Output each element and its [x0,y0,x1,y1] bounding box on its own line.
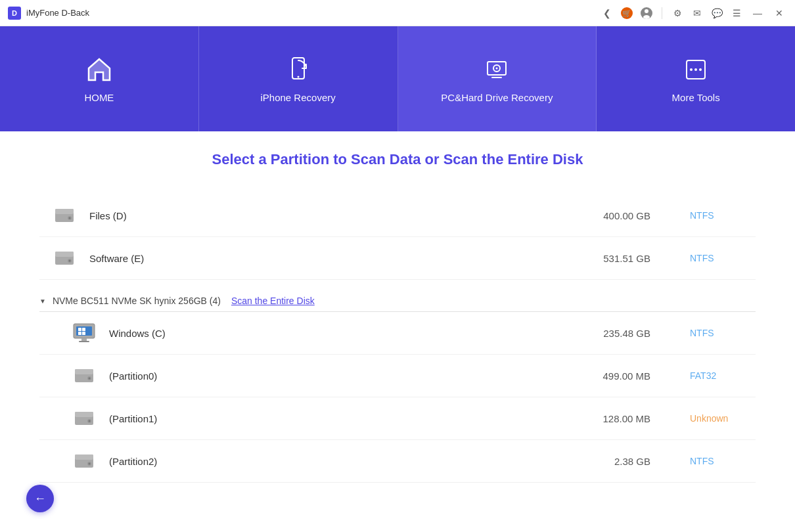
divider [662,7,662,19]
drive-name-software-e: Software (E) [89,253,572,264]
svg-point-6 [297,76,299,78]
drive-fs-partition0: FAT32 [690,370,742,381]
svg-point-4 [643,15,650,19]
svg-rect-30 [82,332,85,335]
drive-windows-c[interactable]: Windows (C) 235.48 GB NTFS [39,312,756,355]
drive-icon-files-d [53,204,76,227]
drive-icon-windows-c [72,321,96,345]
nav-pc-label: PC&Hard Drive Recovery [441,92,553,103]
svg-point-21 [69,260,71,262]
drive-fs-partition2: NTFS [690,456,742,466]
drive-name-windows-c: Windows (C) [109,328,572,339]
nav-more-tools-label: More Tools [672,92,720,103]
drive-icon-partition0 [72,364,96,388]
svg-point-17 [69,217,71,219]
titlebar-left: D iMyFone D-Back [8,7,89,20]
close-button[interactable]: ✕ [771,7,787,20]
svg-rect-28 [82,328,85,331]
home-icon [85,55,114,84]
drive-software-e[interactable]: Software (E) 531.51 GB NTFS [39,237,756,280]
drive-size-partition1: 128.00 MB [572,413,650,424]
drive-name-partition1: (Partition1) [109,413,572,424]
svg-point-9 [496,67,498,69]
svg-point-11 [690,68,693,71]
svg-point-3 [645,9,648,13]
back-icon: ← [34,492,46,506]
avatar-icon[interactable] [639,6,654,20]
svg-rect-25 [81,338,87,341]
disk-section-1: Files (D) 400.00 GB NTFS Software (E) 53… [39,194,756,280]
share-icon[interactable]: ❮ [600,6,614,20]
drive-files-d[interactable]: Files (D) 400.00 GB NTFS [39,194,756,237]
drive-name-partition2: (Partition2) [109,456,572,467]
svg-point-13 [699,68,702,71]
disk-section-2: ▼ NVMe BC511 NVMe SK hynix 256GB (4) Sca… [39,286,756,483]
scan-entire-disk-link[interactable]: Scan the Entire Disk [231,296,315,306]
group-name-nvme: NVMe BC511 NVMe SK hynix 256GB (4) [53,296,221,306]
nav-home[interactable]: HOME [0,26,199,131]
chat-icon[interactable]: 💬 [710,6,724,20]
group-arrow-icon: ▼ [39,298,46,305]
svg-rect-26 [79,341,89,342]
drive-fs-software-e: NTFS [690,253,742,263]
drive-fs-partition1: Unknown [690,413,742,424]
svg-rect-15 [55,209,74,214]
minimize-button[interactable]: — [749,7,766,20]
drive-icon-partition1 [72,407,96,430]
svg-rect-19 [55,252,74,257]
nav-iphone-label: iPhone Recovery [261,92,336,103]
navbar: HOME iPhone Recovery PC&Hard Drive Recov… [0,26,795,131]
page-title: Select a Partition to Scan Data or Scan … [39,151,756,168]
drive-size-software-e: 531.51 GB [572,253,650,264]
drive-icon-software-e [53,246,76,270]
svg-point-42 [89,463,91,465]
drive-size-windows-c: 235.48 GB [572,328,650,339]
drive-partition2[interactable]: (Partition2) 2.38 GB NTFS [39,440,756,483]
group-header-nvme: ▼ NVMe BC511 NVMe SK hynix 256GB (4) Sca… [39,286,756,312]
pc-recovery-icon [482,55,511,84]
svg-rect-27 [78,328,81,331]
titlebar-controls: ❮ 🛒 ⚙ ✉ 💬 ☰ — ✕ [600,6,787,20]
iphone-recovery-icon [284,55,313,84]
titlebar: D iMyFone D-Back ❮ 🛒 ⚙ ✉ 💬 ☰ — ✕ [0,0,795,26]
back-button[interactable]: ← [26,485,54,512]
svg-rect-32 [75,369,93,374]
drive-name-partition0: (Partition0) [109,370,572,382]
nav-more-tools[interactable]: More Tools [597,26,795,131]
mail-icon[interactable]: ✉ [690,6,704,20]
drive-icon-partition2 [72,449,96,473]
drive-partition0[interactable]: (Partition0) 499.00 MB FAT32 [39,355,756,397]
drive-partition1[interactable]: (Partition1) 128.00 MB Unknown [39,397,756,440]
drive-size-files-d: 400.00 GB [572,210,650,221]
drive-name-files-d: Files (D) [89,210,572,221]
app-title: iMyFone D-Back [26,8,89,18]
drive-fs-files-d: NTFS [690,210,742,221]
svg-point-12 [694,68,697,71]
svg-point-34 [89,378,91,380]
nav-home-label: HOME [84,92,114,103]
settings-icon[interactable]: ⚙ [670,6,685,20]
svg-text:🛒: 🛒 [622,9,631,18]
nav-pc-recovery[interactable]: PC&Hard Drive Recovery [398,26,597,131]
svg-rect-40 [75,454,93,460]
drive-size-partition2: 2.38 GB [572,456,650,467]
drive-fs-windows-c: NTFS [690,328,742,338]
main-content: Select a Partition to Scan Data or Scan … [0,131,795,532]
app-logo: D [8,7,21,20]
more-tools-icon [681,55,710,84]
drive-size-partition0: 499.00 MB [572,370,650,382]
menu-icon[interactable]: ☰ [729,6,744,20]
nav-iphone-recovery[interactable]: iPhone Recovery [199,26,398,131]
svg-rect-29 [78,332,81,335]
shop-icon[interactable]: 🛒 [620,6,634,20]
svg-rect-36 [75,412,93,417]
svg-point-38 [89,420,91,422]
